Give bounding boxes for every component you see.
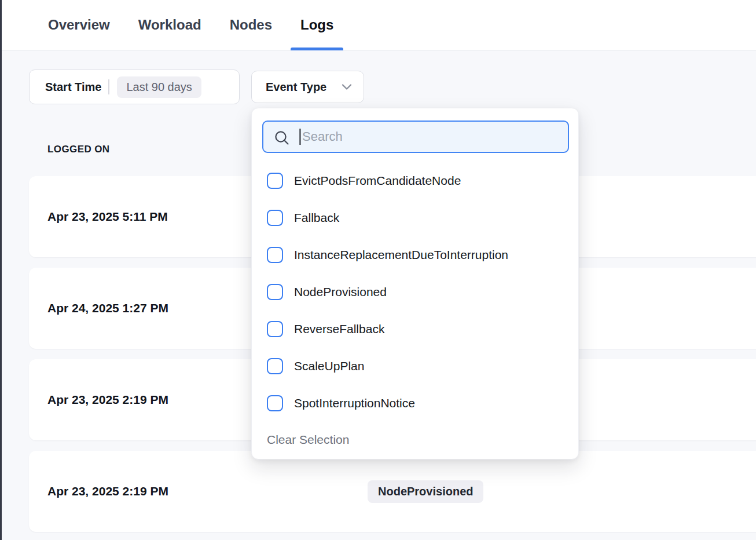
option-spotinterruptionnotice[interactable]: SpotInterruptionNotice: [262, 385, 568, 422]
logged-on-column-header: LOGGED ON: [47, 142, 110, 157]
logged-on-value: Apr 23, 2025 2:19 PM: [47, 393, 238, 407]
tab-nodes[interactable]: Nodes: [230, 0, 272, 50]
tab-bar: Overview Workload Nodes Logs: [0, 0, 756, 50]
option-evictpodsfromcandidatenode[interactable]: EvictPodsFromCandidateNode: [262, 162, 568, 199]
table-row[interactable]: Apr 23, 2025 2:19 PM NodeProvisioned: [29, 451, 756, 532]
event-type-label: Event Type: [266, 81, 326, 94]
event-type-badge: NodeProvisioned: [368, 480, 483, 503]
checkbox-unchecked[interactable]: [267, 284, 283, 300]
event-type-filter-button[interactable]: Event Type: [251, 71, 364, 103]
chevron-down-icon: [342, 83, 352, 90]
checkbox-unchecked[interactable]: [267, 247, 283, 263]
checkbox-unchecked[interactable]: [267, 395, 283, 411]
search-input[interactable]: [263, 122, 568, 152]
option-label: EvictPodsFromCandidateNode: [294, 174, 461, 188]
checkbox-unchecked[interactable]: [267, 321, 283, 337]
tab-workload[interactable]: Workload: [138, 0, 201, 50]
checkbox-unchecked[interactable]: [267, 173, 283, 189]
event-type-option-list: EvictPodsFromCandidateNode Fallback Inst…: [262, 162, 568, 422]
panel-left-edge: [0, 0, 2, 540]
option-instancereplacementduetointerruption[interactable]: InstanceReplacementDueToInterruption: [262, 236, 568, 273]
option-label: NodeProvisioned: [294, 285, 387, 299]
tab-logs[interactable]: Logs: [300, 0, 333, 50]
option-label: SpotInterruptionNotice: [294, 396, 415, 410]
checkbox-unchecked[interactable]: [267, 358, 283, 374]
option-label: ReverseFallback: [294, 322, 384, 336]
tab-overview[interactable]: Overview: [48, 0, 110, 50]
option-label: Fallback: [294, 211, 339, 225]
option-label: InstanceReplacementDueToInterruption: [294, 248, 508, 262]
start-time-filter-button[interactable]: Start Time Last 90 days: [29, 70, 240, 104]
start-time-label: Start Time: [45, 81, 101, 94]
option-nodeprovisioned[interactable]: NodeProvisioned: [262, 273, 568, 311]
option-fallback[interactable]: Fallback: [262, 199, 568, 236]
clear-selection-button[interactable]: Clear Selection: [267, 428, 349, 451]
start-time-value-badge: Last 90 days: [117, 76, 201, 98]
logged-on-value: Apr 24, 2025 1:27 PM: [47, 301, 238, 315]
start-time-divider: [108, 79, 109, 94]
event-type-dropdown-panel: EvictPodsFromCandidateNode Fallback Inst…: [251, 108, 579, 459]
dropdown-search-box: [262, 121, 569, 153]
checkbox-unchecked[interactable]: [267, 210, 283, 226]
option-scaleupplan[interactable]: ScaleUpPlan: [262, 348, 568, 385]
logs-page: Overview Workload Nodes Logs Start Time …: [0, 0, 756, 540]
option-label: ScaleUpPlan: [294, 359, 364, 373]
logged-on-value: Apr 23, 2025 5:11 PM: [47, 210, 238, 224]
logged-on-value: Apr 23, 2025 2:19 PM: [47, 484, 238, 498]
option-reversefallback[interactable]: ReverseFallback: [262, 311, 568, 348]
